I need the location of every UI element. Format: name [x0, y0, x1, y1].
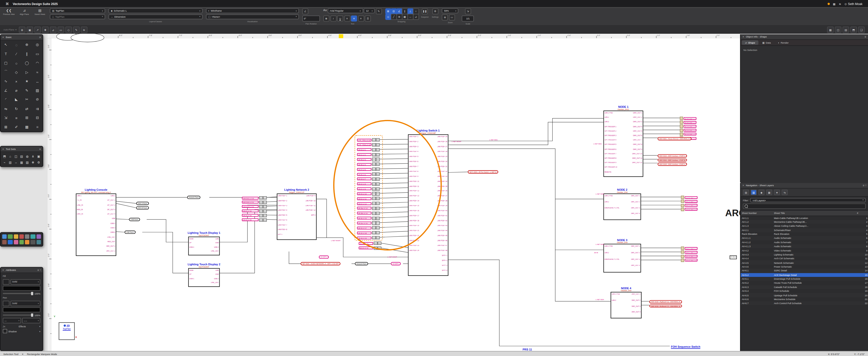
tab-render[interactable]: ◐Render	[775, 40, 792, 45]
hatch-tool[interactable]: ▨	[32, 86, 43, 95]
underline-button[interactable]: U	[337, 15, 343, 21]
pen-opacity-slider[interactable]	[3, 314, 33, 315]
scale-icon[interactable]: ⇲	[465, 8, 471, 14]
device-box[interactable]: LAN POE+ 1LAN POE+ 2LAN POE+ 3LAN POE+ 4…	[277, 193, 317, 240]
walls-toolset-icon[interactable]: ◫	[13, 153, 19, 159]
navigation-titlebar[interactable]: ✕ Navigation - Sheet Layers ≣ ?	[741, 183, 868, 188]
pen-style-dropdown[interactable]: Solid▾	[10, 300, 40, 306]
close-icon[interactable]: ✕	[2, 36, 4, 39]
fill-opacity-slider[interactable]	[3, 293, 33, 294]
device-box[interactable]: LAN POE+ 1LAN POE+ 2LAN POE+ 3LAN POE+ 4…	[408, 134, 448, 276]
references-icon[interactable]: ⇆	[782, 190, 788, 195]
lighting-console[interactable]: Lighting ConsoleMA Lighting_MA onPC comm…	[65, 188, 127, 256]
sheet-search-field[interactable]	[743, 203, 866, 209]
layer-filter-dropdown[interactable]: <All Layers>▾	[750, 198, 866, 202]
sheet-layer-row[interactable]: AV-6.1SSRC Detail14	[741, 269, 868, 273]
circle-tool[interactable]: ○	[11, 59, 22, 68]
sheet-layer-row[interactable]: AV-6.6Mezzanine Schedule21	[741, 297, 868, 301]
rigging-toolset-icon[interactable]: ⋔	[30, 153, 36, 159]
arc-tool[interactable]: ◠	[32, 59, 43, 68]
close-icon[interactable]: ✕	[2, 269, 4, 271]
oval-tool[interactable]: ◯	[22, 59, 32, 68]
tool-mode-icon[interactable]: ✚	[42, 26, 49, 33]
palette-menu-icon[interactable]: ≣	[865, 35, 866, 38]
move-tool[interactable]: ⇄	[22, 104, 32, 113]
video-toolset-icon[interactable]: ▣	[36, 153, 42, 159]
lighting-network-2[interactable]: Lighting Network 2Netgear_GSM4212PLAN PO…	[266, 188, 328, 240]
polyline-tool[interactable]: ⌒	[0, 68, 11, 77]
previous-view-button[interactable]: ❮❮ Previous View	[2, 8, 16, 15]
render-mode-dropdown[interactable]: ◐ Wireframe▾	[206, 8, 299, 13]
preset-swatch[interactable]	[13, 240, 18, 244]
view-option-icon[interactable]: ⬒	[850, 26, 857, 33]
site-toolset-icon[interactable]: ▤	[19, 153, 25, 159]
connectcad-toolset-icon[interactable]: ⌁	[2, 159, 7, 165]
attributes-titlebar[interactable]: ✕ Attributes ≣ ?	[0, 268, 43, 273]
sheet-layer-row[interactable]: AV-6.1Downstage Pull Schedule16	[741, 277, 868, 281]
fill-color-swatch[interactable]	[3, 286, 40, 291]
snap-toggle-icon[interactable]: ⊿	[413, 14, 419, 20]
symbol-tool[interactable]: ★	[22, 77, 32, 86]
device-box[interactable]: LAN 1TC_INLINE_INMIDI_INDMX_INLAN 2DP_OU…	[76, 193, 116, 256]
spotlight-toolset-icon[interactable]: ◍	[25, 153, 30, 159]
preset-swatch[interactable]	[19, 240, 24, 244]
freehand-tool[interactable]: ≈	[32, 68, 43, 77]
detailing-toolset-icon[interactable]: ▥	[7, 159, 13, 165]
tool-mode-icon[interactable]: ✎	[73, 26, 80, 33]
tool-sets-titlebar[interactable]: ✕ Tool Sets ≣	[0, 146, 43, 152]
align-left-icon[interactable]: ≡	[344, 15, 350, 21]
snap-toggle-icon[interactable]: ╱	[391, 14, 397, 20]
effects-icon[interactable]: ƒx	[3, 325, 5, 327]
polygon-tool[interactable]: ◇	[11, 68, 22, 77]
tool-mode-icon[interactable]: ▣	[27, 26, 33, 33]
tool-mode-icon[interactable]: ▭	[58, 26, 64, 33]
view-option-icon[interactable]: ◫	[835, 26, 841, 33]
palette-menu-icon[interactable]: ≣ ?	[37, 269, 41, 271]
sheet-layer-row[interactable]: AV-1.2Mezzanine-Cable Pathway/JB...2	[741, 220, 868, 224]
wifi-icon[interactable]: ≋	[839, 2, 841, 5]
sheet-layer-row[interactable]: AV-6.7Arch Control Pull Schedule22	[741, 301, 868, 305]
mirror-tool[interactable]: ⇋	[0, 104, 11, 113]
bold-button[interactable]: B	[323, 15, 330, 21]
align-center-icon[interactable]: ≡	[351, 15, 357, 21]
tool-mode-icon[interactable]: ≋	[81, 26, 87, 33]
sheet-layer-row[interactable]: AV-4.1.3Audio Schematic8	[741, 244, 868, 248]
node-1[interactable]: NODE 1Obsidian_EN12LAN 1 POELAN 2LAN 3GP…	[592, 105, 654, 177]
building-toolset-icon[interactable]: ⌂	[7, 153, 13, 159]
line-tool[interactable]: ∕	[11, 49, 22, 59]
preset-swatch[interactable]	[2, 240, 7, 244]
preset-swatch[interactable]	[2, 234, 7, 239]
font-size-dropdown[interactable]: 12▾	[364, 8, 375, 13]
preset-swatch[interactable]	[36, 240, 41, 244]
snap-toggle-icon[interactable]: ⊕	[396, 14, 402, 20]
dimension-standard-dropdown[interactable]: ↔ Dimension▾	[108, 14, 203, 19]
lasso-tool[interactable]: ◌	[11, 40, 22, 49]
palette-menu-icon[interactable]: ≣ ?	[863, 184, 867, 187]
close-icon[interactable]: ✕	[742, 184, 744, 187]
scale-tool[interactable]: ⇲	[0, 113, 11, 122]
device-box[interactable]: LAN 1 POELAN 2DMX_OUT 1DMX_OUT 2DMX_OUT …	[611, 292, 642, 318]
sheet-layer-row[interactable]: AV-6.4FOH Schedule19	[741, 289, 868, 293]
3d-modeling-toolset-icon[interactable]: ⬒	[2, 153, 7, 159]
preset-swatch[interactable]	[36, 234, 41, 239]
snap-toggle-icon[interactable]: ○	[413, 8, 419, 14]
snap-toggle-icon[interactable]: ∠	[396, 8, 402, 14]
preset-swatch[interactable]	[13, 234, 18, 239]
control-center-icon[interactable]: ▦	[833, 2, 835, 5]
node-4[interactable]: NODE 4Obsidian_EN4LAN 1 POELAN 2DMX_OUT …	[599, 286, 653, 318]
line-style-dropdown[interactable]: –·–▾	[22, 318, 40, 323]
lighting-switch-1[interactable]: Ligh­ting Switch 1Netgear_GSM4248PLAN PO…	[397, 129, 460, 276]
align-plane-button[interactable]: ⊿ Align Plane	[18, 8, 31, 15]
fill-style-icon[interactable]	[3, 279, 9, 284]
align-right-icon[interactable]: ≡	[358, 15, 364, 21]
tool-mode-icon[interactable]: ↗	[34, 26, 41, 33]
machine-design-toolset-icon[interactable]: ⚙	[36, 159, 42, 165]
view-option-icon[interactable]: ❏	[858, 26, 865, 33]
snap-toggle-icon[interactable]: ▦	[402, 14, 408, 20]
double-line-tool[interactable]: ∥	[22, 49, 32, 59]
text-tool[interactable]: T	[0, 49, 11, 59]
sheet-layer-row[interactable]: AV-4.1.2Audio Schematic7	[741, 240, 868, 244]
sheet-layer-row[interactable]: AV-5.2ACE Backstage Detail15	[741, 273, 868, 277]
user-menu[interactable]: ⊙ Seth Moak	[844, 2, 863, 5]
palette-menu-icon[interactable]: ≣	[39, 148, 41, 150]
